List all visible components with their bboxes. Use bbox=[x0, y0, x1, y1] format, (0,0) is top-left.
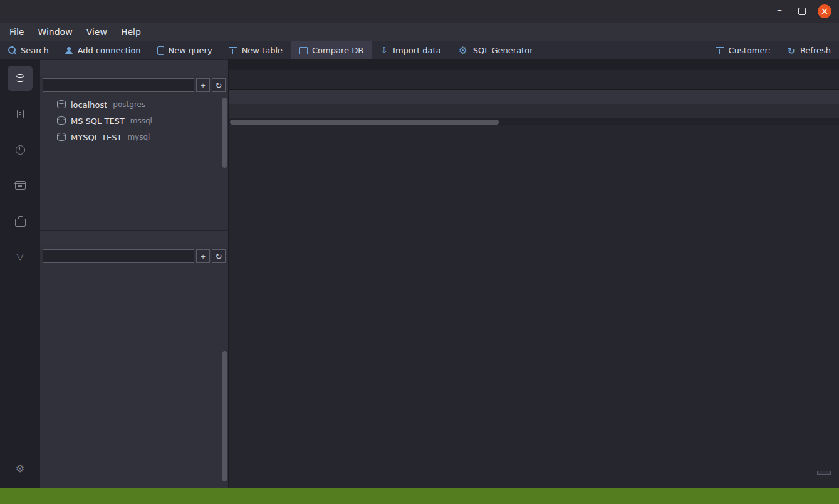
left-panel: localhostpostgresMS SQL TESTmssqlMYSQL T… bbox=[40, 59, 229, 488]
db-icon bbox=[57, 133, 66, 142]
toolbar-item-label: Add connection bbox=[78, 46, 141, 55]
engine-label: mssql bbox=[130, 116, 152, 125]
selection-stats bbox=[817, 471, 831, 475]
toolbar: SearchAdd connectionNew queryNew tableCo… bbox=[0, 41, 839, 59]
import-data-icon bbox=[380, 46, 388, 55]
toolbar-item-label: Search bbox=[21, 46, 49, 55]
content-area bbox=[229, 59, 839, 488]
titlebar bbox=[0, 0, 839, 23]
file-tabs bbox=[229, 70, 839, 90]
connection-name: MYSQL TEST bbox=[71, 133, 122, 142]
sidebar-archive[interactable] bbox=[8, 173, 33, 198]
engine-label: postgres bbox=[113, 100, 145, 109]
menu-bar: FileWindowViewHelp bbox=[0, 23, 839, 41]
menu-view[interactable]: View bbox=[80, 23, 114, 41]
data-grid bbox=[229, 90, 839, 488]
new-table-icon bbox=[229, 47, 237, 54]
tables-search-row bbox=[40, 247, 228, 265]
tables-header bbox=[40, 230, 228, 247]
scrollbar-thumb[interactable] bbox=[230, 120, 499, 125]
toolbar-item-label: Compare DB bbox=[312, 46, 363, 55]
sidebar-files[interactable] bbox=[8, 101, 33, 126]
add-connection-button[interactable] bbox=[196, 78, 210, 92]
add-table-button[interactable] bbox=[196, 249, 210, 263]
engine-label: mysql bbox=[127, 133, 150, 141]
sidebar-settings[interactable] bbox=[8, 456, 33, 481]
compare-db-icon bbox=[299, 47, 308, 54]
database-tabs bbox=[229, 59, 839, 70]
toolbar-item-label: Import data bbox=[393, 46, 441, 55]
refresh-icon bbox=[787, 46, 796, 55]
toolbar-search[interactable]: Search bbox=[0, 41, 57, 59]
connection-mysql-test[interactable]: MYSQL TESTmysql bbox=[40, 129, 228, 145]
toolbar-customer[interactable]: Customer: bbox=[707, 41, 779, 59]
connection-search-input[interactable] bbox=[43, 78, 194, 92]
connection-localhost[interactable]: localhostpostgres bbox=[40, 96, 228, 113]
toolbar-add-connection[interactable]: Add connection bbox=[57, 41, 149, 59]
sidebar-plugins[interactable] bbox=[8, 208, 33, 234]
search-icon bbox=[8, 46, 16, 54]
toolbar-refresh[interactable]: Refresh bbox=[779, 41, 839, 59]
toolbar-item-label: New table bbox=[242, 46, 283, 55]
menu-window[interactable]: Window bbox=[31, 23, 79, 41]
toolbar-new-table[interactable]: New table bbox=[221, 41, 291, 59]
connections-header bbox=[40, 59, 228, 76]
window-controls bbox=[773, 4, 839, 18]
add-connection-icon bbox=[65, 47, 73, 54]
table-icon bbox=[716, 47, 724, 54]
horizontal-scrollbar[interactable] bbox=[229, 118, 839, 125]
icon-sidebar bbox=[0, 59, 40, 488]
toolbar-new-query[interactable]: New query bbox=[149, 41, 221, 59]
menu-file[interactable]: File bbox=[3, 23, 31, 41]
refresh-tables-button[interactable] bbox=[212, 249, 226, 263]
toolbar-left: SearchAdd connectionNew queryNew tableCo… bbox=[0, 41, 541, 59]
sidebar-history[interactable] bbox=[8, 137, 33, 162]
grid-empty-space bbox=[229, 125, 839, 488]
sidebar-connections[interactable] bbox=[8, 66, 33, 91]
archive-icon bbox=[15, 181, 26, 190]
file-icon bbox=[17, 110, 24, 118]
grid-header bbox=[229, 90, 839, 104]
menu-help[interactable]: Help bbox=[114, 23, 148, 41]
main-area: localhostpostgresMS SQL TESTmssqlMYSQL T… bbox=[0, 59, 839, 488]
db-icon bbox=[57, 100, 66, 110]
toolbar-item-label: New query bbox=[169, 46, 212, 55]
connection-ms-sql-test[interactable]: MS SQL TESTmssql bbox=[40, 113, 228, 129]
tables-search-input[interactable] bbox=[43, 249, 194, 263]
funnel-icon bbox=[15, 252, 25, 262]
sql-generator-icon bbox=[457, 45, 469, 56]
grid-filter-row bbox=[229, 104, 839, 118]
toolbar-item-label: Customer: bbox=[729, 46, 771, 55]
maximize-button[interactable] bbox=[795, 4, 809, 18]
sidebar-cell-data[interactable] bbox=[8, 244, 33, 269]
toolbar-item-label: Refresh bbox=[800, 46, 831, 55]
connections-search-row bbox=[40, 76, 228, 94]
close-button[interactable] bbox=[818, 4, 831, 18]
refresh-connections-button[interactable] bbox=[212, 78, 226, 92]
toolbar-right: Customer:Refresh bbox=[707, 41, 839, 59]
case-icon bbox=[15, 219, 26, 227]
clock-icon bbox=[16, 145, 25, 155]
connections-list: localhostpostgresMS SQL TESTmssqlMYSQL T… bbox=[40, 94, 228, 230]
connection-name: localhost bbox=[71, 100, 107, 110]
connection-name: MS SQL TEST bbox=[71, 116, 125, 126]
toolbar-sql-generator[interactable]: SQL Generator bbox=[449, 41, 541, 59]
toolbar-compare-db[interactable]: Compare DB bbox=[291, 41, 372, 59]
toolbar-import-data[interactable]: Import data bbox=[372, 41, 449, 59]
db-icon bbox=[57, 116, 66, 126]
minimize-button[interactable] bbox=[773, 4, 786, 18]
new-query-icon bbox=[157, 46, 164, 55]
tables-list bbox=[40, 265, 228, 488]
toolbar-item-label: SQL Generator bbox=[473, 46, 533, 55]
gear-icon bbox=[14, 463, 26, 475]
status-bar bbox=[0, 488, 839, 504]
db-icon bbox=[16, 74, 25, 83]
dbgate-app: FileWindowViewHelp SearchAdd connectionN… bbox=[0, 0, 839, 504]
